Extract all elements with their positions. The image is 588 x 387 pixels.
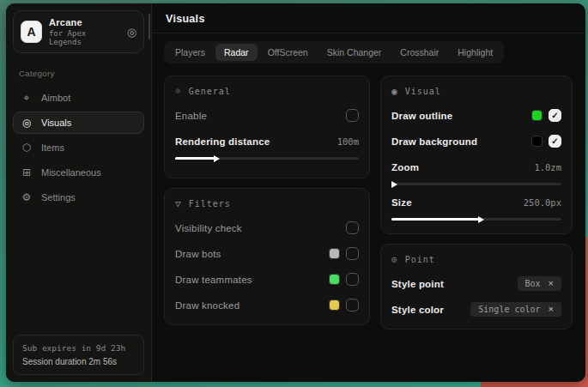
draw-teammates-color-swatch[interactable] [329, 274, 340, 285]
sidebar-item-miscellaneous[interactable]: ⊞ Miscellaneous [13, 161, 144, 184]
tab-crosshair[interactable]: Crosshair [391, 44, 447, 61]
funnel-icon: ▽ [175, 198, 182, 209]
rendering-distance-label: Rendering distance [175, 136, 270, 147]
slider-thumb[interactable] [478, 216, 484, 223]
chip-label: Single color [478, 305, 540, 314]
draw-outline-checkbox[interactable]: ✓ [549, 109, 561, 122]
dot-icon: ⊙ [391, 254, 398, 265]
draw-teammates-checkbox[interactable] [346, 273, 359, 286]
tab-radar[interactable]: Radar [215, 44, 258, 61]
panel-title-label: Point [405, 255, 435, 264]
enable-checkbox[interactable] [346, 109, 359, 122]
box-icon: ⬡ [21, 142, 33, 154]
panel-title-label: Filters [189, 199, 231, 209]
draw-knocked-checkbox[interactable] [346, 299, 359, 311]
chip-label: Box [525, 279, 541, 288]
size-value: 250.0px [524, 197, 561, 208]
zoom-slider[interactable] [391, 179, 561, 188]
session-duration-text: Session duration 2m 56s [22, 357, 135, 366]
arcane-window: A Arcane for Apex Legends ◎ Category ⌖ A… [6, 3, 585, 382]
draw-background-color-swatch[interactable] [531, 136, 543, 147]
draw-background-checkbox[interactable]: ✓ [549, 135, 561, 148]
page-title: Visuals [166, 13, 572, 25]
sidebar-item-aimbot[interactable]: ⌖ Aimbot [13, 87, 144, 109]
draw-bots-color-swatch[interactable] [329, 248, 340, 259]
draw-outline-label: Draw outline [391, 111, 452, 121]
panel-general: ☼ General Enable Rendering distance 100m [164, 76, 370, 178]
sub-expiry-text: Sub expires in 9d 23h [22, 343, 135, 353]
visibility-check-label: Visibility check [175, 223, 242, 233]
grid-icon: ⊞ [21, 166, 33, 178]
tab-highlight[interactable]: Highlight [449, 44, 501, 61]
sidebar-item-settings[interactable]: ⚙ Settings [13, 186, 144, 209]
zoom-label: Zoom [391, 162, 419, 172]
eye-icon: ◎ [21, 117, 33, 129]
slider-thumb[interactable] [391, 181, 397, 188]
close-icon[interactable]: × [549, 279, 554, 288]
draw-outline-color-swatch[interactable] [531, 110, 543, 121]
style-point-label: Style point [391, 279, 444, 289]
subscription-status-box: Sub expires in 9d 23h Session duration 2… [13, 335, 144, 375]
style-color-chip[interactable]: Single color × [470, 302, 561, 317]
tab-bar: Players Radar OffScreen Skin Changer Cro… [164, 41, 504, 63]
size-slider[interactable] [391, 215, 561, 223]
sidebar-item-label: Visuals [41, 118, 71, 128]
close-icon[interactable]: × [549, 305, 554, 314]
eye-icon: ◉ [391, 86, 398, 97]
zoom-value: 1.0zm [534, 162, 561, 172]
tab-skin-changer[interactable]: Skin Changer [318, 44, 391, 61]
panel-title-label: Visual [405, 87, 441, 96]
rendering-distance-slider[interactable] [175, 154, 359, 162]
visibility-check-checkbox[interactable] [346, 221, 359, 234]
sun-icon: ☼ [175, 86, 182, 97]
sidebar-item-visuals[interactable]: ◎ Visuals [13, 112, 144, 134]
rendering-distance-value: 100m [337, 136, 359, 147]
panel-point: ⊙ Point Style point Box × Style color S [380, 244, 573, 330]
sidebar-item-label: Items [41, 142, 64, 153]
crosshair-icon: ⌖ [21, 92, 33, 104]
draw-bots-checkbox[interactable] [346, 247, 359, 260]
draw-background-label: Draw background [391, 136, 477, 147]
sidebar-scrollbar[interactable] [149, 14, 150, 39]
main-header: Visuals [152, 3, 585, 33]
draw-knocked-label: Draw knocked [175, 300, 239, 311]
sidebar: A Arcane for Apex Legends ◎ Category ⌖ A… [6, 3, 152, 382]
target-icon[interactable]: ◎ [127, 27, 136, 38]
slider-thumb[interactable] [214, 155, 220, 162]
draw-knocked-color-swatch[interactable] [329, 299, 340, 311]
app-subtitle: for Apex Legends [49, 29, 120, 46]
size-label: Size [391, 197, 412, 208]
category-label: Category [13, 69, 144, 78]
style-point-chip[interactable]: Box × [518, 276, 562, 291]
app-name: Arcane [49, 17, 120, 27]
enable-label: Enable [175, 111, 207, 121]
sidebar-item-label: Miscellaneous [41, 167, 101, 178]
tab-players[interactable]: Players [167, 44, 214, 61]
sidebar-item-label: Settings [41, 192, 76, 203]
draw-teammates-label: Draw teammates [175, 275, 252, 285]
app-logo: A [21, 21, 42, 43]
sidebar-item-label: Aimbot [41, 93, 70, 103]
panel-visual: ◉ Visual Draw outline ✓ Draw background [380, 76, 573, 234]
panel-title-label: General [189, 87, 231, 96]
tab-offscreen[interactable]: OffScreen [259, 44, 317, 61]
app-header: A Arcane for Apex Legends ◎ [13, 10, 144, 53]
draw-bots-label: Draw bots [175, 249, 221, 259]
main-area: Visuals Players Radar OffScreen Skin Cha… [152, 3, 585, 382]
panel-filters: ▽ Filters Visibility check Draw bots [164, 188, 370, 325]
style-color-label: Style color [391, 305, 444, 315]
sidebar-item-items[interactable]: ⬡ Items [13, 136, 144, 159]
gear-icon: ⚙ [21, 191, 33, 203]
